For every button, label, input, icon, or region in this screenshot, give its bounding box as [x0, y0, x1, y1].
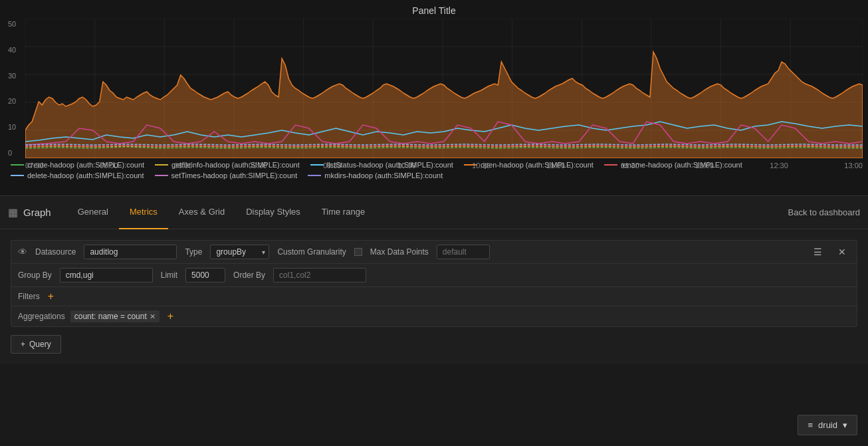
- eye-icon[interactable]: 👁: [18, 247, 27, 257]
- chart-area: 07:30 08:00 08:30 09:00 09:30 10:00 10:3…: [25, 19, 863, 158]
- max-data-points-label: Max Data Points: [370, 247, 429, 257]
- add-filter-button[interactable]: +: [45, 291, 56, 302]
- group-by-label: Group By: [18, 271, 52, 280]
- tab-bar-left: ▦ Graph General Metrics Axes & Grid Disp…: [8, 196, 788, 229]
- query-row-aggregations: Aggregations count: name = count ✕ +: [11, 306, 857, 326]
- datasource-input[interactable]: [84, 245, 177, 259]
- tab-display[interactable]: Display Styles: [235, 196, 311, 229]
- druid-label: druid: [818, 420, 837, 430]
- order-by-label: Order By: [233, 271, 265, 280]
- aggregation-tag-text: count: name = count: [74, 312, 147, 321]
- druid-chevron-icon: ▾: [843, 420, 847, 430]
- query-row-mid: Group By Limit Order By: [11, 264, 857, 287]
- metrics-content: 👁 Datasource Type groupBy topN timeserie…: [0, 229, 868, 364]
- order-by-input[interactable]: [273, 268, 366, 282]
- tab-panel: ▦ Graph General Metrics Axes & Grid Disp…: [0, 196, 868, 364]
- plus-icon: +: [21, 340, 25, 349]
- type-select[interactable]: groupBy topN timeseries: [210, 245, 269, 259]
- datasource-label: Datasource: [35, 247, 76, 257]
- add-query-label: Query: [29, 340, 51, 349]
- limit-input[interactable]: [185, 268, 225, 282]
- tab-axes[interactable]: Axes & Grid: [168, 196, 235, 229]
- limit-label: Limit: [161, 271, 177, 280]
- legend-item-delete: delete-hadoop (auth:SIMPLE):count: [11, 171, 144, 179]
- filters-label: Filters: [18, 292, 40, 301]
- legend-line-create: [11, 164, 24, 166]
- legend-item-settimes: setTimes-hadoop (auth:SIMPLE):count: [155, 171, 298, 179]
- query-menu-button[interactable]: ☰: [810, 245, 826, 259]
- chart-svg: [25, 19, 863, 158]
- tab-general[interactable]: General: [67, 196, 119, 229]
- chart-panel: Panel Title 0 10 20 30 40 50: [0, 0, 868, 196]
- legend-line-delete: [11, 175, 24, 176]
- query-row-top: 👁 Datasource Type groupBy topN timeserie…: [11, 241, 857, 264]
- custom-granularity-checkbox[interactable]: [354, 248, 362, 256]
- tab-timerange[interactable]: Time range: [311, 196, 376, 229]
- custom-granularity-label: Custom Granularity: [277, 247, 346, 257]
- tab-metrics[interactable]: Metrics: [119, 196, 168, 229]
- type-label: Type: [185, 247, 202, 257]
- panel-title: Panel Title: [0, 5, 868, 16]
- add-query-button[interactable]: + Query: [11, 335, 61, 354]
- graph-icon: ▦: [8, 206, 18, 219]
- group-by-input[interactable]: [60, 268, 153, 282]
- aggregation-tag-close[interactable]: ✕: [150, 312, 156, 321]
- add-aggregation-button[interactable]: +: [165, 311, 176, 322]
- legend-line-mkdirs: [308, 175, 321, 176]
- druid-button[interactable]: ≡ druid ▾: [798, 415, 857, 435]
- druid-icon: ≡: [808, 420, 813, 430]
- query-close-button[interactable]: ✕: [834, 245, 850, 259]
- legend-line-settimes: [155, 175, 168, 176]
- query-row-filters: Filters +: [11, 287, 857, 306]
- graph-label: Graph: [23, 207, 51, 218]
- type-select-wrapper: groupBy topN timeseries: [210, 245, 269, 259]
- back-to-dashboard-button[interactable]: Back to dashboard: [788, 207, 860, 217]
- max-data-points-input[interactable]: [437, 245, 490, 259]
- x-axis: 07:30 08:00 08:30 09:00 09:30 10:00 10:3…: [25, 162, 863, 169]
- legend-item-mkdirs: mkdirs-hadoop (auth:SIMPLE):count: [308, 171, 443, 179]
- tab-bar: ▦ Graph General Metrics Axes & Grid Disp…: [0, 196, 868, 229]
- query-row: 👁 Datasource Type groupBy topN timeserie…: [11, 240, 857, 327]
- aggregation-tag: count: name = count ✕: [70, 310, 160, 322]
- aggregations-label: Aggregations: [18, 312, 65, 321]
- y-axis: 0 10 20 30 40 50: [5, 19, 25, 158]
